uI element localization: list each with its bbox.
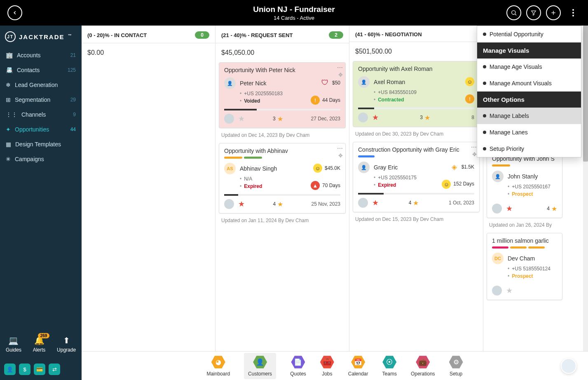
alert-icon: ▲ [311,181,320,190]
opportunity-card[interactable]: Opportunity with Abhinav ⋯ ✥ ASAbhinav S… [219,143,346,213]
svg-line-1 [515,14,516,15]
sidebar-item-accounts[interactable]: 🏢Accounts21 [0,48,82,63]
smile-icon: ☺ [465,77,474,86]
templates-icon: ▦ [6,141,11,148]
operations-icon: 💼 [416,355,430,369]
label: Guides [6,347,21,353]
dd-setup-priority[interactable]: Setup Priority [477,141,581,157]
star-icon[interactable]: ★ [372,198,379,207]
sidebar-item-design-templates[interactable]: ▦Design Templates [0,137,82,152]
opportunity-card[interactable]: Construction Opportunity with Gray Eric … [353,142,480,212]
nav-setup[interactable]: ⚙Setup [449,355,463,377]
column-title: (41 - 60)% - NEGOTIATION [355,31,422,38]
card-drag-icon[interactable]: ✥ [472,151,477,157]
card-title: Construction Opportunity with Gray Eric [358,146,474,153]
add-button[interactable] [546,5,561,20]
card-date: 1 Oct, 2023 [449,200,474,206]
opportunity-card[interactable]: Opportunity With John S 👤John Stanly •+U… [487,151,562,218]
upgrade-icon: ⬆ [57,335,76,345]
sidebar-item-contacts[interactable]: 📇Contacts125 [0,63,82,77]
contacts-icon: 📇 [6,67,13,73]
label: Jobs [322,371,332,377]
back-button[interactable] [7,5,22,20]
star-icon[interactable]: ★ [506,204,513,213]
card-title: Opportunity with Abhinav [224,148,340,154]
column-in-contact: (0 - 20)% - IN CONTACT 0 $0.00 [82,26,216,351]
kanban-main: (0 - 20)% - IN CONTACT 0 $0.00 (21 - 40)… [82,26,588,380]
nav-operations[interactable]: 💼Operations [411,355,435,377]
brand: JT JACKTRADE ™ [0,26,82,48]
sidebar-label: Accounts [17,52,41,59]
building-icon: 🏢 [6,52,13,59]
sidebar-item-segmentation[interactable]: ⊞Segmentation29 [0,92,82,107]
column-body: Opportunity With Peter Nick ⋯ ✥ 👤Peter N… [216,62,349,351]
search-button[interactable] [506,5,521,20]
dd-section-manage-visuals: Manage Visuals [477,42,581,59]
sidebar-count: 9 [73,112,76,117]
sidebar-item-opportunities[interactable]: ✦Opportunities44 [0,122,82,137]
sidebar-alerts[interactable]: 269🔔Alerts [33,335,46,353]
contact-status: Expired [244,183,262,189]
label: Setup Priority [490,145,524,152]
card-menu-icon[interactable]: ⋯ [337,64,343,71]
owner-avatar [358,198,368,208]
mini-user-icon[interactable]: 👤 [4,364,16,375]
label: Teams [382,371,397,377]
sidebar-guides[interactable]: 💻Guides [6,335,21,353]
mini-dollar-icon[interactable]: $ [19,364,30,375]
rating: 3 [420,115,423,120]
sidebar-upgrade[interactable]: ⬆Upgrade [57,335,76,353]
star-icon[interactable]: ★ [238,199,245,209]
app-header: Union NJ - Fundraiser 14 Cards - Active [0,0,588,26]
column-header: (41 - 60)% - NEGOTIATION [349,26,483,42]
mini-card-icon[interactable]: 💳 [34,364,45,375]
mini-transfer-icon[interactable]: ⇄ [49,364,60,375]
column-total: $45,050.00 [216,43,349,62]
label: Manage Labels [490,113,529,119]
nav-customers[interactable]: 👤Customers [244,353,276,379]
rating-star-icon: ★ [277,200,283,208]
nav-mainboard[interactable]: ◕Mainboard [206,355,230,377]
rating: 4 [547,206,550,211]
sidebar-item-lead-generation[interactable]: ❄Lead Generation [0,77,82,92]
contact-status: Prospect [512,273,533,279]
calendar-icon: 📅 [351,355,365,369]
scrollbar-track[interactable] [583,26,588,380]
contact-status: Voided [244,98,260,104]
amount: $50 [332,80,340,86]
label: Upgrade [57,347,76,353]
dd-manage-labels[interactable]: Manage Labels [477,108,581,124]
star-icon[interactable]: ★ [372,113,379,122]
dd-manage-lanes[interactable]: Manage Lanes [477,124,581,141]
opportunity-card[interactable]: Opportunity With Peter Nick ⋯ ✥ 👤Peter N… [219,62,346,128]
contact-name: Dev Cham [508,255,535,262]
nav-calendar[interactable]: 📅Calendar [348,355,368,377]
star-icon[interactable]: ★ [506,286,513,295]
owner-avatar [492,286,502,296]
card-drag-icon[interactable]: ✥ [338,152,343,159]
setup-icon: ⚙ [449,355,463,369]
more-menu-button[interactable] [566,5,581,20]
contact-phone: +US 2025550183 [244,91,283,96]
sidebar-label: Channels [21,111,46,118]
opportunity-card[interactable]: Opportunity with Axel Roman 👤Axel Roman … [353,61,480,127]
scrollbar-thumb[interactable] [583,26,588,162]
filter-button[interactable] [526,5,541,20]
user-avatar[interactable] [561,358,576,374]
dd-section-other-options: Other Options [477,91,581,108]
sidebar-count: 21 [70,52,76,58]
dd-manage-age-visuals[interactable]: Manage Age Visuals [477,59,581,75]
sidebar-item-campaigns[interactable]: ✳Campaigns [0,152,82,167]
opportunity-card[interactable]: 1 million salmon garlic DCDev Cham •+US … [487,233,562,300]
dd-potential-opportunity[interactable]: Potential Opportunity [477,26,581,42]
column-header: (21 - 40)% - REQUEST SENT 2 [216,26,349,43]
card-menu-icon[interactable]: ⋯ [337,145,343,152]
sidebar-item-channels[interactable]: ⋮⋮Channels9 [0,107,82,122]
card-menu-icon[interactable]: ⋯ [471,144,477,150]
nav-quotes[interactable]: 📄Quotes [290,355,306,377]
star-icon[interactable]: ★ [238,114,245,123]
dd-manage-amount-visuals[interactable]: Manage Amount Visuals [477,75,581,91]
nav-teams[interactable]: ⦿Teams [382,355,397,377]
nav-jobs[interactable]: 🧰Jobs [320,355,334,377]
sidebar-label: Opportunities [15,126,49,133]
